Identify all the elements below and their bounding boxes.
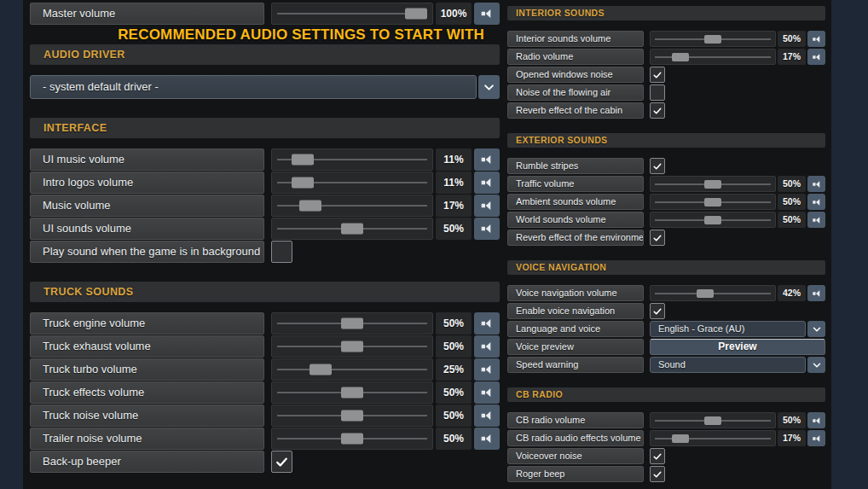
percent-value: 50% <box>436 405 472 427</box>
checkmark-icon <box>652 106 663 116</box>
slider-handle[interactable] <box>341 387 363 399</box>
slider-handle[interactable] <box>672 53 689 61</box>
setting-row-music-volume: Music volume17% <box>30 195 500 217</box>
volume-slider[interactable] <box>650 31 776 47</box>
setting-row-traffic-volume: Traffic volume50% <box>507 176 825 192</box>
checkbox[interactable] <box>650 303 665 319</box>
speaker-test-button[interactable] <box>807 176 825 192</box>
slider-handle[interactable] <box>341 341 363 352</box>
setting-label: UI sounds volume <box>30 218 264 240</box>
volume-slider[interactable] <box>650 194 776 210</box>
slider-handle[interactable] <box>341 224 363 235</box>
slider-handle[interactable] <box>704 416 721 425</box>
slider-handle[interactable] <box>299 201 321 212</box>
setting-label: CB radio audio effects volume <box>507 430 644 446</box>
volume-slider[interactable] <box>271 381 433 404</box>
slider-handle[interactable] <box>704 198 721 207</box>
speaker-test-button[interactable] <box>474 218 500 240</box>
checkbox[interactable] <box>271 241 292 263</box>
volume-slider[interactable] <box>271 312 433 335</box>
speaker-test-button[interactable] <box>807 412 825 428</box>
percent-value: 17% <box>436 195 472 217</box>
section-exterior-sounds: EXTERIOR SOUNDSRumble stripesTraffic vol… <box>507 133 825 246</box>
checkbox[interactable] <box>650 84 665 101</box>
volume-slider[interactable] <box>271 3 433 25</box>
checkbox[interactable] <box>650 158 665 174</box>
volume-slider[interactable] <box>650 49 776 65</box>
setting-row-intro-logos-volume: Intro logos volume11% <box>30 172 500 194</box>
dropdown-chevron-button[interactable] <box>807 321 825 337</box>
section-header-exterior-sounds: EXTERIOR SOUNDS <box>507 133 825 148</box>
slider-handle[interactable] <box>341 318 363 329</box>
speaker-test-button[interactable] <box>474 312 500 335</box>
volume-slider[interactable] <box>271 405 433 427</box>
section-header-cb-radio: CB RADIO <box>507 387 825 402</box>
volume-slider[interactable] <box>271 358 433 381</box>
setting-row-play-sound-when-the-game-is-in-background: Play sound when the game is in backgroun… <box>30 241 500 263</box>
speaker-test-button[interactable] <box>474 148 500 171</box>
speaker-test-button[interactable] <box>474 381 500 404</box>
speaker-test-button[interactable] <box>474 172 500 194</box>
preview-button[interactable]: Preview <box>650 339 825 355</box>
slider-handle[interactable] <box>292 178 314 189</box>
volume-slider[interactable] <box>650 285 776 301</box>
speaker-test-button[interactable] <box>807 49 825 65</box>
dropdown-chevron-button[interactable] <box>807 357 825 373</box>
speaker-test-button[interactable] <box>807 285 825 301</box>
setting-label: Truck effects volume <box>30 381 264 404</box>
checkbox[interactable] <box>271 451 292 473</box>
speaker-test-button[interactable] <box>474 195 500 217</box>
checkbox[interactable] <box>650 230 665 246</box>
setting-row-roger-beep: Roger beep <box>507 466 825 482</box>
checkbox[interactable] <box>650 67 665 83</box>
speed-warning-dropdown[interactable]: Sound <box>650 357 806 373</box>
slider-handle[interactable] <box>672 434 689 443</box>
dropdown-chevron-button[interactable] <box>478 75 500 99</box>
section-cb-radio: CB RADIOCB radio volume50%CB radio audio… <box>507 387 825 482</box>
checkbox[interactable] <box>650 448 665 464</box>
volume-slider[interactable] <box>271 148 433 171</box>
slider-handle[interactable] <box>341 410 363 422</box>
checkbox[interactable] <box>650 466 665 482</box>
setting-row-voiceover-noise: Voiceover noise <box>507 448 825 464</box>
volume-slider[interactable] <box>271 172 433 194</box>
setting-row-master-volume: Master volume100% <box>30 3 500 25</box>
percent-value: 11% <box>436 172 472 194</box>
slider-handle[interactable] <box>697 289 714 298</box>
settings-right-column: INTERIOR SOUNDSInterior sounds volume50%… <box>507 0 825 489</box>
audio-driver-dropdown[interactable]: - system default driver - <box>30 75 477 99</box>
setting-label: Voice preview <box>507 339 644 355</box>
left-navy-panel <box>0 0 23 489</box>
slider-handle[interactable] <box>341 434 363 445</box>
slider-handle[interactable] <box>704 35 721 44</box>
volume-slider[interactable] <box>650 412 776 428</box>
volume-slider[interactable] <box>271 428 433 450</box>
speaker-test-button[interactable] <box>474 428 500 450</box>
speaker-test-button[interactable] <box>807 430 825 446</box>
volume-slider[interactable] <box>271 195 433 217</box>
setting-label: Radio volume <box>507 49 644 65</box>
volume-slider[interactable] <box>271 218 433 240</box>
language-and-voice-dropdown[interactable]: English - Grace (AU) <box>650 321 806 337</box>
section-header-interface: INTERFACE <box>30 118 500 138</box>
slider-handle[interactable] <box>704 216 721 224</box>
speaker-test-button[interactable] <box>474 358 500 381</box>
slider-handle[interactable] <box>310 364 332 375</box>
speaker-icon <box>480 432 494 445</box>
speaker-test-button[interactable] <box>474 335 500 358</box>
checkbox[interactable] <box>650 102 665 119</box>
speaker-test-button[interactable] <box>807 31 825 47</box>
speaker-test-button[interactable] <box>474 3 500 25</box>
speaker-test-button[interactable] <box>807 212 825 228</box>
percent-value: 50% <box>436 335 472 358</box>
volume-slider[interactable] <box>650 430 776 446</box>
volume-slider[interactable] <box>650 176 776 192</box>
slider-handle[interactable] <box>405 9 427 20</box>
speaker-test-button[interactable] <box>474 405 500 427</box>
speaker-test-button[interactable] <box>807 194 825 210</box>
slider-handle[interactable] <box>704 180 721 189</box>
volume-slider[interactable] <box>271 335 433 358</box>
percent-value: 50% <box>436 312 472 335</box>
slider-handle[interactable] <box>292 154 314 166</box>
volume-slider[interactable] <box>650 212 776 228</box>
